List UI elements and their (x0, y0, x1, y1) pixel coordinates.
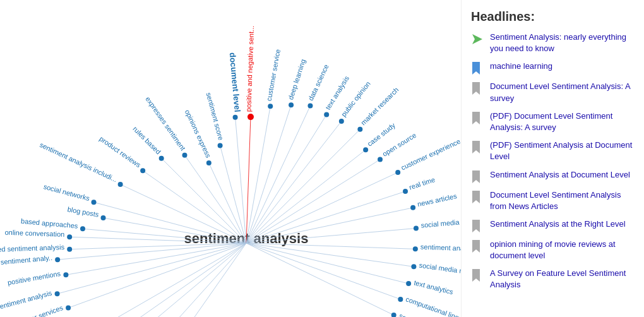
svg-text:social media platforms: social media platforms (420, 215, 461, 229)
svg-point-101 (414, 225, 419, 230)
svg-point-8 (206, 160, 212, 165)
svg-text:news articles: news articles (417, 192, 458, 208)
headline-item[interactable]: A Survey on Feature Level Sentiment Anal… (471, 268, 635, 290)
svg-line-97 (246, 208, 413, 243)
svg-text:based sentiment analysis: based sentiment analysis (0, 243, 65, 253)
headline-item[interactable]: Document Level Sentiment Analysis from N… (471, 189, 635, 212)
svg-point-71 (289, 102, 294, 107)
svg-text:data science: data science (307, 63, 330, 102)
svg-marker-118 (472, 34, 482, 44)
svg-text:open source: open source (381, 131, 417, 158)
headline-text[interactable]: (PDF) Document Level Sentiment Analysis:… (490, 111, 635, 133)
svg-point-113 (398, 297, 403, 302)
headline-item[interactable]: Sentiment Analysis at the Right Level (471, 218, 635, 232)
headline-icon (471, 111, 486, 124)
headline-icon (471, 239, 486, 253)
svg-text:document level: document level (228, 52, 242, 112)
svg-point-38 (55, 257, 60, 262)
svg-point-83 (357, 127, 362, 132)
svg-text:online conversation: online conversation (4, 229, 64, 238)
headline-text[interactable]: Document Level Sentiment Analysis from N… (490, 189, 635, 212)
svg-text:automating sentiment analy..: automating sentiment analy.. (0, 254, 52, 269)
svg-line-58 (130, 243, 246, 317)
svg-point-107 (411, 264, 416, 269)
svg-line-22 (94, 202, 246, 243)
svg-line-1 (236, 117, 246, 243)
headline-icon (471, 61, 486, 75)
svg-line-106 (246, 243, 414, 266)
svg-text:opinions express: opinions express (184, 109, 213, 159)
svg-line-49 (88, 243, 246, 317)
headline-item[interactable]: Sentiment Analysis at Document Level (471, 169, 635, 183)
svg-text:deep learning: deep learning (287, 58, 307, 100)
svg-line-115 (246, 243, 394, 315)
svg-line-61 (150, 243, 246, 317)
headline-text[interactable]: machine learning (490, 61, 552, 72)
radial-chart: sentiment analysisdocument levelsentimen… (0, 0, 461, 317)
headline-item[interactable]: (PDF) Document Level Sentiment Analysis:… (471, 111, 635, 133)
svg-text:real time: real time (408, 176, 436, 191)
svg-point-89 (378, 157, 383, 162)
svg-point-20 (118, 182, 123, 187)
svg-point-98 (410, 205, 415, 210)
svg-line-79 (246, 121, 342, 243)
svg-point-17 (140, 168, 145, 173)
svg-text:social media monitoring: social media monitoring (419, 261, 461, 279)
headline-icon (471, 81, 486, 95)
svg-text:sentiment ac: sentiment ac (398, 311, 437, 317)
headline-text[interactable]: Sentiment Analysis at Document Level (490, 169, 630, 181)
svg-point-95 (403, 189, 408, 194)
headline-item[interactable]: Sentiment Analysis: nearly everything yo… (471, 32, 635, 54)
svg-text:sentiment score: sentiment score (205, 92, 225, 141)
svg-point-23 (92, 200, 97, 205)
svg-point-41 (63, 272, 68, 277)
svg-line-112 (246, 243, 400, 299)
svg-line-46 (68, 243, 246, 308)
svg-point-80 (339, 119, 344, 124)
chart-svg: sentiment analysisdocument levelsentimen… (0, 0, 461, 317)
headline-text[interactable]: Document Level Sentiment Analysis: A sur… (490, 81, 635, 104)
svg-line-70 (246, 105, 291, 243)
svg-line-85 (246, 150, 366, 243)
svg-line-37 (57, 243, 246, 260)
svg-point-29 (80, 226, 85, 231)
headline-icon (471, 189, 486, 203)
svg-text:positive and negative sent...: positive and negative sent... (244, 25, 255, 112)
svg-line-88 (246, 160, 380, 243)
headline-item[interactable]: Document Level Sentiment Analysis: A sur… (471, 81, 635, 104)
headlines-list: Sentiment Analysis: nearly everything yo… (471, 32, 635, 291)
svg-line-76 (246, 114, 326, 243)
svg-text:customer service: customer service (265, 49, 282, 102)
svg-point-104 (413, 246, 418, 251)
headline-item[interactable]: opinion mining of movie reviews at docum… (471, 239, 635, 261)
headline-item[interactable]: (PDF) Sentiment Analysis at Document Lev… (471, 140, 635, 162)
svg-line-43 (57, 243, 246, 294)
svg-line-4 (220, 145, 246, 243)
svg-point-14 (159, 156, 164, 161)
headline-text[interactable]: Sentiment Analysis at the Right Level (490, 218, 626, 230)
headline-text[interactable]: (PDF) Sentiment Analysis at Document Lev… (490, 140, 635, 162)
svg-point-26 (100, 215, 105, 220)
svg-text:text analytics: text analytics (413, 278, 454, 296)
headline-icon (471, 32, 486, 45)
svg-point-65 (247, 114, 254, 120)
headline-text[interactable]: A Survey on Feature Level Sentiment Anal… (490, 268, 635, 290)
headline-icon (471, 268, 486, 282)
svg-text:sentiment analysis includi...: sentiment analysis includi... (39, 141, 118, 183)
svg-text:based approaches: based approaches (21, 217, 79, 230)
svg-line-94 (246, 191, 405, 243)
headline-text[interactable]: Sentiment Analysis: nearly everything yo… (490, 32, 635, 54)
svg-line-109 (246, 243, 408, 284)
headline-icon (471, 218, 486, 232)
svg-point-35 (67, 247, 72, 252)
svg-text:blog posts: blog posts (67, 205, 100, 218)
svg-point-110 (406, 281, 411, 286)
svg-point-47 (66, 306, 71, 311)
headline-item[interactable]: machine learning (471, 61, 635, 75)
svg-line-64 (246, 117, 251, 243)
headline-icon (471, 169, 486, 183)
headline-text[interactable]: opinion mining of movie reviews at docum… (490, 239, 635, 261)
svg-text:positive mentions: positive mentions (7, 270, 61, 287)
svg-line-55 (111, 243, 246, 317)
svg-point-86 (363, 147, 368, 152)
